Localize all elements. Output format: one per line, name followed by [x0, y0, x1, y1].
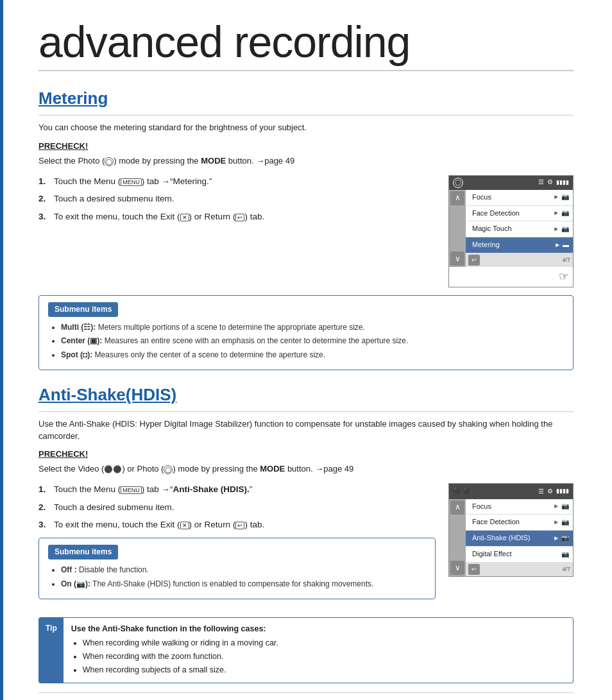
antishake-description: Use the Anti-Shake (HDIS: Hyper Digital …	[38, 418, 574, 443]
antishake-ui-back-btn: ↩	[468, 564, 480, 575]
antishake-submenu-title: Submenu items	[48, 545, 118, 559]
metering-ui-nav: ∧ ∨	[449, 190, 466, 268]
antishake-ui-top-right: ☰ ⚙ ▮▮▮▮	[538, 487, 569, 497]
list-item: On (📷): The Anti-Shake (HDIS) function i…	[61, 579, 426, 590]
antishake-steps: 1. Touch the Menu (MENU) tab →“Anti-Shak…	[38, 483, 436, 610]
metering-ui-top-right: ☰ ⚙ ▮▮▮▮	[538, 178, 569, 187]
metering-step-3: 3. To exit the menu, touch the Exit (✕) …	[38, 210, 436, 223]
list-item: Multi (☷): Meters multiple portions of a…	[61, 322, 564, 333]
antishake-tip-heading: Use the Anti-Shake function in the follo…	[71, 624, 266, 633]
antishake-tip-content: Use the Anti-Shake function in the follo…	[64, 618, 286, 683]
metering-ui-back-btn: ↩	[468, 255, 480, 266]
metering-ui-cursor: ☞	[449, 267, 573, 286]
antishake-submenu-box: Submenu items Off : Disable the function…	[38, 538, 436, 599]
metering-precheck-text: Select the Photo (◯) mode by pressing th…	[38, 155, 574, 167]
antishake-tip-box: Tip Use the Anti-Shake function in the f…	[38, 617, 574, 684]
antishake-tip-list: When recording while walking or riding i…	[71, 637, 278, 676]
antishake-steps-area: 1. Touch the Menu (MENU) tab →“Anti-Shak…	[38, 483, 574, 610]
list-item: When recording with the zoom function.	[83, 651, 278, 662]
metering-ui-camera-icon: ◯	[453, 178, 463, 188]
list-item: When recording while walking or riding i…	[83, 637, 278, 649]
metering-section: Metering You can choose the metering sta…	[38, 87, 574, 370]
list-item: Center (▣): Measures an entire scene wit…	[61, 336, 564, 346]
list-item: Off : Disable the function.	[61, 565, 426, 576]
antishake-step-3: 3. To exit the menu, touch the Exit (✕) …	[38, 518, 436, 531]
antishake-ui-rows: Focus ► 📷 Face Detection ► 📷 Anti-Shake …	[466, 499, 573, 577]
metering-steps: 1. Touch the Menu (MENU) tab →“Metering.…	[38, 175, 436, 228]
metering-step-2: 2. Touch a desired submenu item.	[38, 192, 436, 205]
antishake-ui-main: ∧ ∨ Focus ► 📷 Face Detection ► 📷	[449, 499, 573, 577]
antishake-precheck-label: PRECHECK!	[38, 448, 574, 461]
antishake-ui-topbar: ⚫⚫ ☰ ⚙ ▮▮▮▮	[449, 484, 573, 499]
antishake-ui-footer: ↩ 4/7	[466, 563, 573, 576]
antishake-step-2: 2. Touch a desired submenu item.	[38, 501, 436, 514]
metering-submenu-title: Submenu items	[48, 302, 118, 317]
antishake-ui-screenshot: ⚫⚫ ☰ ⚙ ▮▮▮▮ ∧ ∨ Focus	[448, 483, 574, 577]
metering-ui-row-focus: Focus ► 📷	[466, 190, 573, 206]
antishake-ui-page-num: 4/7	[562, 565, 570, 574]
metering-ui-row-metering: Metering ► ▬	[466, 237, 573, 253]
metering-ui-rows: Focus ► 📷 Face Detection ► 📷 Magic Touch…	[466, 190, 573, 268]
metering-ui-page-num: 4/7	[562, 256, 570, 264]
antishake-ui-row-face: Face Detection ► 📷	[466, 515, 573, 531]
metering-ui-screenshot: ◯ ☰ ⚙ ▮▮▮▮ ∧ ∨ Focus	[448, 175, 574, 287]
antishake-ui-row-focus: Focus ► 📷	[466, 499, 573, 515]
antishake-title: Anti-Shake(HDIS)	[38, 383, 574, 412]
metering-step-1: 1. Touch the Menu (MENU) tab →“Metering.…	[38, 175, 436, 188]
antishake-ui-row-digital: Digital Effect 📷	[466, 547, 573, 563]
antishake-ui-down-btn: ∨	[450, 561, 464, 575]
antishake-step-1: 1. Touch the Menu (MENU) tab →“Anti-Shak…	[38, 483, 436, 496]
metering-ui-up-btn: ∧	[450, 191, 464, 205]
metering-submenu-items: Multi (☷): Meters multiple portions of a…	[48, 322, 564, 361]
metering-ui-row-magic: Magic Touch ► 📷	[466, 221, 573, 237]
metering-ui-footer: ↩ 4/7	[466, 253, 573, 267]
antishake-ui-up-btn: ∧	[450, 500, 464, 515]
metering-submenu-box: Submenu items Multi (☷): Meters multiple…	[38, 295, 574, 371]
antishake-ui-row-antishake: Anti-Shake (HDIS) ► 📷	[466, 531, 573, 547]
antishake-tip-label: Tip	[39, 618, 64, 683]
metering-description: You can choose the metering standard for…	[38, 122, 574, 134]
metering-precheck-label: PRECHECK!	[38, 141, 574, 153]
metering-ui-topbar: ◯ ☰ ⚙ ▮▮▮▮	[449, 176, 573, 190]
antishake-precheck-text: Select the Video (⚫⚫) or Photo (◯) mode …	[38, 463, 574, 475]
metering-title: Metering	[38, 87, 574, 115]
antishake-ui-nav: ∧ ∨	[449, 499, 466, 577]
antishake-section: Anti-Shake(HDIS) Use the Anti-Shake (HDI…	[38, 383, 574, 700]
metering-steps-area: 1. Touch the Menu (MENU) tab →“Metering.…	[38, 175, 574, 287]
list-item: When recording subjects of a small size.	[83, 664, 278, 676]
metering-ui-row-face: Face Detection ► 📷	[466, 206, 573, 222]
metering-ui-down-btn: ∨	[450, 252, 464, 266]
metering-ui-main: ∧ ∨ Focus ► 📷 Face Detection ► 📷	[449, 190, 573, 268]
page-title: advanced recording	[38, 19, 574, 71]
antishake-submenu-items: Off : Disable the function. On (📷): The …	[48, 565, 426, 590]
list-item: Spot (◘): Measures only the center of a …	[61, 350, 564, 361]
antishake-notes-box: The Anti-Shake function may not correct …	[38, 692, 574, 700]
